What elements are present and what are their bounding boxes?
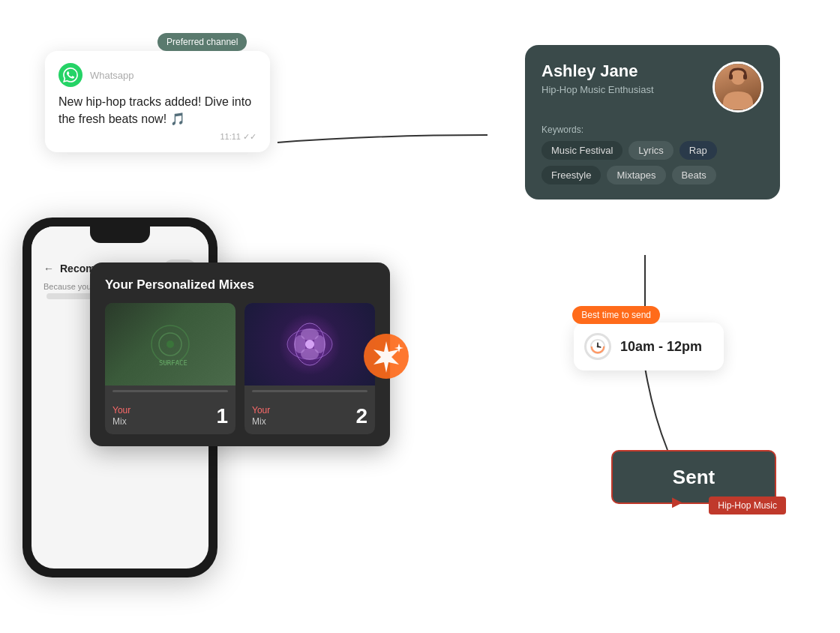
cursor-arrow-icon: ▶ xyxy=(672,494,682,510)
profile-subtitle: Hip-Hop Music Enthusiast xyxy=(542,84,654,95)
best-time-badge: Best time to send xyxy=(572,306,660,324)
mix-1-number: 1 xyxy=(216,404,228,428)
whatsapp-message-text: New hip-hop tracks added! Dive into the … xyxy=(58,93,256,128)
whatsapp-logo-icon xyxy=(58,63,82,87)
keyword-rap: Rap xyxy=(680,141,717,160)
mix-image-1: SURFACE xyxy=(105,303,236,386)
svg-point-18 xyxy=(314,335,326,353)
sent-label: Sent xyxy=(673,466,715,489)
svg-text:SURFACE: SURFACE xyxy=(159,359,188,367)
keywords-label: Keywords: xyxy=(542,124,764,135)
mix-image-2 xyxy=(244,303,375,386)
svg-point-19 xyxy=(305,340,314,349)
keywords-container: Music Festival Lyrics Rap Freestyle Mixt… xyxy=(542,141,764,184)
mixes-title: Your Personalized Mixes xyxy=(105,278,375,292)
back-arrow-icon[interactable]: ← xyxy=(44,262,54,274)
mix-2-label: Your Mix xyxy=(252,405,270,428)
mix-2-number: 2 xyxy=(356,404,368,428)
avatar xyxy=(712,62,764,112)
phone-notch xyxy=(90,226,150,243)
mix-item-2[interactable]: Your Mix 2 xyxy=(244,303,375,434)
whatsapp-card: Whatsapp New hip-hop tracks added! Dive … xyxy=(45,51,270,152)
svg-point-11 xyxy=(166,340,174,348)
keyword-music-festival: Music Festival xyxy=(542,141,622,160)
keyword-freestyle: Freestyle xyxy=(542,166,601,184)
best-time-value: 10am - 12pm xyxy=(620,339,702,355)
svg-point-7 xyxy=(597,346,599,348)
svg-rect-2 xyxy=(743,74,747,80)
mixes-card: Your Personalized Mixes SURFACE Your Mi xyxy=(90,262,390,446)
preferred-channel-badge: Preferred channel xyxy=(158,33,247,51)
ai-spark-icon xyxy=(360,330,412,382)
mixes-grid: SURFACE Your Mix 1 xyxy=(105,303,375,434)
svg-rect-1 xyxy=(729,74,733,80)
hip-hop-badge: Hip-Hop Music xyxy=(709,496,786,514)
svg-point-17 xyxy=(294,335,306,353)
whatsapp-app-label: Whatsapp xyxy=(90,70,134,81)
mix-1-label: Your Mix xyxy=(112,405,130,428)
profile-name: Ashley Jane xyxy=(542,62,654,81)
keyword-beats: Beats xyxy=(672,166,716,184)
keyword-mixtapes: Mixtapes xyxy=(607,166,665,184)
clock-icon xyxy=(584,333,611,360)
whatsapp-time: 11:11 ✓✓ xyxy=(58,132,256,142)
keyword-lyrics: Lyrics xyxy=(628,141,673,160)
profile-card: Ashley Jane Hip-Hop Music Enthusiast Key… xyxy=(525,45,780,200)
best-time-card: 10am - 12pm xyxy=(574,322,724,370)
mix-item-1[interactable]: SURFACE Your Mix 1 xyxy=(105,303,236,434)
